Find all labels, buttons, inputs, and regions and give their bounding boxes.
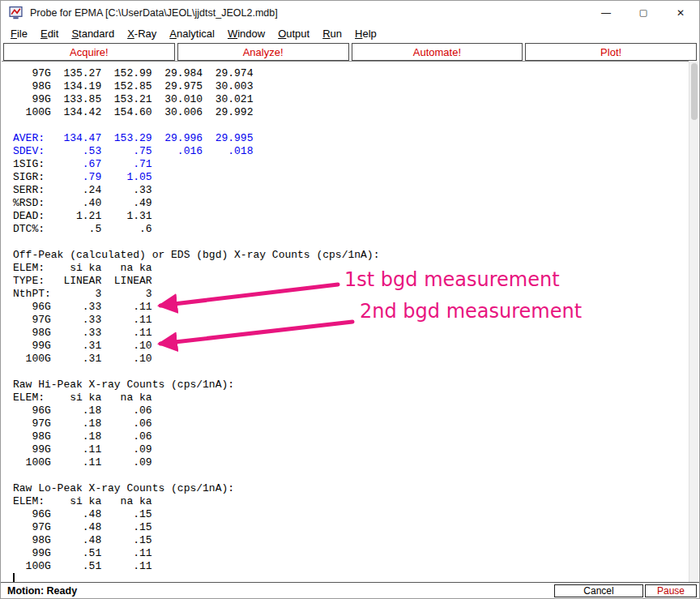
log-line: 97G 135.27 152.99 29.984 29.974 (13, 67, 689, 80)
pause-button[interactable]: Pause (645, 584, 697, 597)
minimize-button[interactable]: — (587, 1, 625, 24)
menu-output[interactable]: Output (271, 26, 316, 41)
menu-standard[interactable]: Standard (65, 26, 121, 41)
log-line: 99G .31 .10 (13, 340, 689, 353)
window-title: Probe for EPMA [C:\UserData\JEOL\jjdtst_… (30, 7, 278, 19)
log-line: 98G .48 .15 (13, 534, 689, 547)
log-line: 97G .18 .06 (13, 417, 689, 430)
menu-xray[interactable]: X-Ray (121, 26, 163, 41)
log-line: 98G 134.19 152.85 29.975 30.003 (13, 80, 689, 93)
menu-run[interactable]: Run (316, 26, 348, 41)
app-icon (9, 6, 23, 19)
scrollbar-thumb[interactable] (691, 63, 698, 120)
log-line: 96G .48 .15 (13, 508, 689, 521)
log-line: ELEM: si ka na ka (13, 391, 689, 404)
log-line: SERR: .24 .33 (13, 184, 689, 197)
log-line: 97G .48 .15 (13, 521, 689, 534)
menu-file[interactable]: File (4, 26, 34, 41)
log-line: 99G 133.85 153.21 30.010 30.021 (13, 93, 689, 106)
log-lines: 97G 135.27 152.99 29.984 29.974 98G 134.… (2, 62, 689, 573)
vertical-scrollbar[interactable] (689, 62, 698, 582)
log-line: 100G .11 .09 (13, 456, 689, 469)
menu-bar: FileEditStandardX-RayAnalyticalWindowOut… (1, 24, 699, 43)
close-button[interactable]: ✕ (662, 1, 699, 24)
log-line: 99G .11 .09 (13, 443, 689, 456)
app-window: Probe for EPMA [C:\UserData\JEOL\jjdtst_… (0, 0, 700, 599)
log-line: 97G .33 .11 (13, 314, 689, 327)
log-line (13, 236, 689, 249)
log-line: NthPT: 3 3 (13, 288, 689, 301)
log-line: DEAD: 1.21 1.31 (13, 210, 689, 223)
log-line: TYPE: LINEAR LINEAR (13, 275, 689, 288)
status-bar: Motion: Ready Cancel Pause (1, 582, 699, 598)
log-line: SIGR: .79 1.05 (13, 171, 689, 184)
maximize-button[interactable]: ▢ (625, 1, 662, 24)
log-line (13, 366, 689, 379)
menu-window[interactable]: Window (221, 26, 271, 41)
title-bar: Probe for EPMA [C:\UserData\JEOL\jjdtst_… (1, 1, 699, 24)
log-line: ELEM: si ka na ka (13, 495, 689, 508)
plot-button[interactable]: Plot! (525, 43, 697, 61)
log-line (13, 119, 689, 132)
menu-edit[interactable]: Edit (34, 26, 65, 41)
analyze-button[interactable]: Analyze! (177, 43, 349, 61)
menu-analytical[interactable]: Analytical (163, 26, 221, 41)
motion-status: Motion: Ready (7, 585, 77, 597)
log-line: 98G .33 .11 (13, 327, 689, 340)
log-line: Off-Peak (calculated) or EDS (bgd) X-ray… (13, 249, 689, 262)
automate-button[interactable]: Automate! (352, 43, 523, 61)
cancel-button[interactable]: Cancel (554, 584, 643, 597)
log-line: 100G .51 .11 (13, 560, 689, 573)
log-line: 98G .18 .06 (13, 430, 689, 443)
log-output-area[interactable]: 97G 135.27 152.99 29.984 29.974 98G 134.… (2, 61, 689, 582)
log-line: 100G .31 .10 (13, 353, 689, 366)
log-line: %RSD: .40 .49 (13, 197, 689, 210)
log-line (13, 469, 689, 482)
log-line: SDEV: .53 .75 .016 .018 (13, 145, 689, 158)
log-line: 96G .18 .06 (13, 404, 689, 417)
text-caret (13, 573, 15, 582)
log-line: 100G 134.42 154.60 30.006 29.992 (13, 106, 689, 119)
log-line: ELEM: si ka na ka (13, 262, 689, 275)
log-line: 1SIG: .67 .71 (13, 158, 689, 171)
menu-help[interactable]: Help (348, 26, 383, 41)
log-line: 96G .33 .11 (13, 301, 689, 314)
log-line: DTC%: .5 .6 (13, 223, 689, 236)
log-line: AVER: 134.47 153.29 29.996 29.995 (13, 132, 689, 145)
acquire-button[interactable]: Acquire! (3, 43, 175, 61)
log-line: Raw Hi-Peak X-ray Counts (cps/1nA): (13, 379, 689, 391)
toolbar: Acquire!Analyze!Automate!Plot! (1, 43, 699, 61)
window-controls: —▢✕ (587, 1, 699, 24)
log-line: 99G .51 .11 (13, 547, 689, 560)
log-line: Raw Lo-Peak X-ray Counts (cps/1nA): (13, 482, 689, 495)
